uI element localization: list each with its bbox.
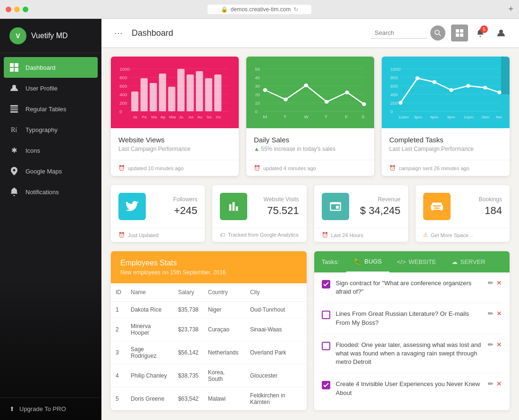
sidebar-item-google-maps[interactable]: Google Maps [0,161,101,181]
tab-bugs[interactable]: 🐛 BUGS [346,251,389,272]
page-title: Dashboard [132,28,173,38]
svg-text:0: 0 [119,109,122,114]
table-icon [9,104,19,114]
task-checkbox-4[interactable] [322,381,330,389]
stat-card-top-twitter: Followers +245 [111,185,205,228]
task-delete-2[interactable]: ✕ [496,310,502,317]
grid-view-button[interactable] [451,25,468,41]
cell-id: 2 [111,318,126,341]
cell-salary: $56,142 [173,341,203,364]
svg-text:30: 30 [255,83,260,89]
bookings-footer: ⚠ Get More Space... [416,228,510,242]
cell-country: Malawi [203,387,245,411]
task-text-4: Create 4 Invisible User Experiences you … [336,380,483,397]
sidebar-logo: V Vuetify MD [0,19,101,53]
bookings-label: Bookings [457,196,502,203]
task-delete-3[interactable]: ✕ [496,341,502,348]
clock-icon2: ⏰ [254,165,260,171]
cell-city: Overland Park [245,341,307,364]
task-delete-1[interactable]: ✕ [496,279,502,287]
sidebar-item-label: Typography [25,126,58,133]
svg-point-61 [263,88,268,92]
search-area [371,25,445,41]
svg-point-63 [304,83,308,87]
sidebar-item-user-profile[interactable]: User Profile [0,78,101,99]
svg-text:50: 50 [255,66,260,72]
task-edit-1[interactable]: ✏ [488,279,494,287]
svg-rect-2 [10,68,14,72]
revenue-info: Revenue $ 34,245 [356,196,401,217]
svg-text:10: 10 [255,100,260,106]
search-input[interactable] [371,27,427,39]
cell-country: Netherlands [203,341,245,364]
bookings-icon [423,193,451,220]
sidebar-item-typography[interactable]: Rí Typography [0,119,101,140]
user-profile-button[interactable] [493,25,510,41]
svg-rect-32 [159,74,166,111]
browser-dots [6,7,28,12]
twitter-footer-text: Just Updated [128,232,159,238]
task-edit-3[interactable]: ✏ [488,341,494,348]
cell-salary: $63,542 [173,387,203,411]
refresh-icon[interactable]: ↻ [293,6,298,13]
browser-url-bar[interactable]: 🔒 demos.creative-tim.com ↻ [208,5,311,14]
svg-point-87 [432,80,436,84]
new-tab-button[interactable]: + [508,4,513,14]
svg-text:200: 200 [119,100,127,106]
svg-text:40: 40 [255,75,260,80]
daily-sales-subtitle: ▲ 55% increase in today's sales [254,146,367,152]
tab-server-label: SERVER [460,258,486,265]
svg-text:S: S [361,114,365,119]
upgrade-footer[interactable]: ⬆ Upgrade To PRO [0,397,101,420]
sidebar-item-icons[interactable]: ✱ Icons [0,140,101,161]
svg-rect-33 [168,87,175,111]
task-edit-2[interactable]: ✏ [488,310,494,317]
completed-tasks-footer-text: campaign sent 26 minutes ago [399,165,469,171]
svg-rect-36 [196,71,203,111]
task-list: Sign contract for "What are conference o… [314,272,510,404]
website-views-footer-text: updated 10 minutes ago [128,165,184,171]
menu-button[interactable]: ⋯ [111,25,126,41]
employees-table-head: ID Name Salary Country City [111,283,307,302]
sidebar-item-dashboard[interactable]: Dashboard [4,57,98,78]
stat-card-visits: Website Visits 75.521 🏷 Tracked from Goo… [212,185,306,242]
svg-text:W: W [304,114,308,119]
completed-tasks-card: 1000 800 600 400 200 0 [382,57,510,176]
tab-server[interactable]: ☁ SERVER [444,251,493,272]
visits-icon [220,193,247,220]
svg-text:Ja: Ja [133,115,137,119]
sidebar-item-notifications[interactable]: Notifications [0,181,101,202]
minimize-dot[interactable] [14,7,20,12]
svg-rect-1 [15,63,18,67]
svg-text:Fe: Fe [142,115,147,119]
svg-point-89 [466,84,470,88]
revenue-value: $ 34,245 [356,205,401,217]
task-checkbox-2[interactable] [322,311,330,319]
maximize-dot[interactable] [23,7,28,12]
svg-rect-34 [177,69,184,111]
task-item-1: Sign contract for "What are conference o… [322,272,502,303]
notifications-button[interactable]: 5 [472,25,489,41]
svg-text:12pm: 12pm [464,115,474,119]
svg-rect-12 [456,29,459,33]
task-delete-4[interactable]: ✕ [496,380,502,387]
svg-text:3pm: 3pm [414,115,422,119]
charts-row: 1000 800 600 400 200 0 [111,57,510,176]
close-dot[interactable] [6,7,11,12]
task-checkbox-1[interactable] [322,280,330,288]
code-icon: </> [397,258,406,265]
task-item-4: Create 4 Invisible User Experiences you … [322,373,502,404]
task-item-2: Lines From Great Russian Literature? Or … [322,303,502,334]
tab-website[interactable]: </> WEBSITE [389,251,444,272]
task-edit-4[interactable]: ✏ [488,380,494,387]
search-button[interactable] [430,25,445,41]
tab-website-label: WEBSITE [409,258,436,265]
svg-text:Ap: Ap [160,115,166,119]
table-row: 4 Philip Chanley $38,735 Korea, South Gl… [111,364,307,387]
logo-letter: V [16,32,20,40]
sidebar-item-regular-tables[interactable]: Regular Tables [0,99,101,119]
cloud-icon: ☁ [452,258,458,265]
task-checkbox-3[interactable] [322,342,330,350]
revenue-footer: ⏰ Last 24 Hours [314,228,408,242]
col-name: Name [126,283,173,302]
